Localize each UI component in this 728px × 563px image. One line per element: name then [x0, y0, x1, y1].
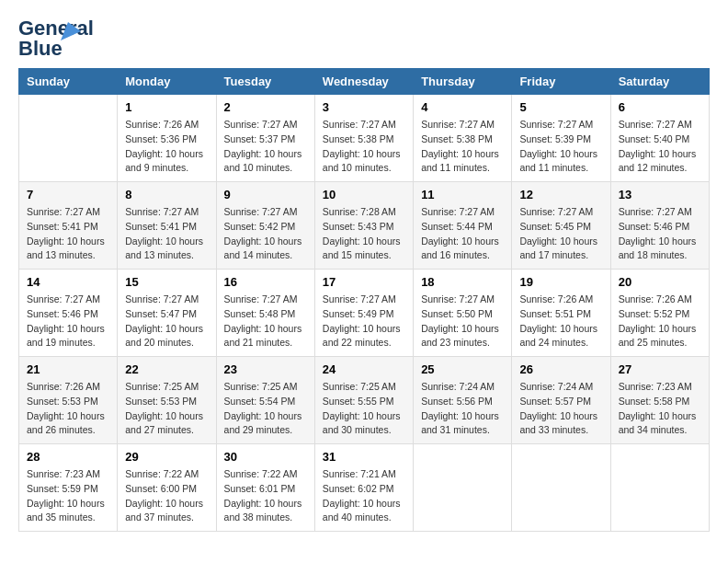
- day-info: Sunrise: 7:26 AM Sunset: 5:36 PM Dayligh…: [125, 118, 208, 176]
- calendar-table: SundayMondayTuesdayWednesdayThursdayFrid…: [18, 68, 710, 532]
- calendar-cell: 7Sunrise: 7:27 AM Sunset: 5:41 PM Daylig…: [19, 182, 118, 270]
- day-info: Sunrise: 7:27 AM Sunset: 5:45 PM Dayligh…: [519, 205, 602, 263]
- calendar-cell: 17Sunrise: 7:27 AM Sunset: 5:49 PM Dayli…: [314, 270, 413, 357]
- calendar-cell: 14Sunrise: 7:27 AM Sunset: 5:46 PM Dayli…: [19, 270, 118, 357]
- day-info: Sunrise: 7:25 AM Sunset: 5:53 PM Dayligh…: [125, 380, 208, 438]
- day-number: 8: [125, 188, 208, 201]
- calendar-header-row: SundayMondayTuesdayWednesdayThursdayFrid…: [19, 69, 710, 95]
- calendar-week-row: 7Sunrise: 7:27 AM Sunset: 5:41 PM Daylig…: [19, 182, 710, 270]
- calendar-cell: [512, 444, 610, 532]
- day-info: Sunrise: 7:28 AM Sunset: 5:43 PM Dayligh…: [323, 205, 405, 263]
- day-info: Sunrise: 7:25 AM Sunset: 5:54 PM Dayligh…: [224, 380, 307, 438]
- calendar-cell: 11Sunrise: 7:27 AM Sunset: 5:44 PM Dayli…: [414, 182, 512, 270]
- calendar-cell: 12Sunrise: 7:27 AM Sunset: 5:45 PM Dayli…: [512, 182, 610, 270]
- day-number: 11: [421, 188, 504, 201]
- day-number: 9: [224, 188, 307, 201]
- day-number: 20: [619, 275, 701, 289]
- day-info: Sunrise: 7:27 AM Sunset: 5:39 PM Dayligh…: [519, 118, 602, 176]
- calendar-week-row: 21Sunrise: 7:26 AM Sunset: 5:53 PM Dayli…: [19, 357, 710, 444]
- calendar-cell: 21Sunrise: 7:26 AM Sunset: 5:53 PM Dayli…: [19, 357, 118, 444]
- calendar-cell: 4Sunrise: 7:27 AM Sunset: 5:38 PM Daylig…: [414, 95, 512, 182]
- day-info: Sunrise: 7:27 AM Sunset: 5:41 PM Dayligh…: [27, 205, 109, 263]
- day-number: 2: [224, 100, 307, 114]
- day-info: Sunrise: 7:27 AM Sunset: 5:48 PM Dayligh…: [224, 293, 307, 350]
- day-number: 27: [619, 362, 701, 376]
- svg-marker-0: [61, 22, 81, 40]
- calendar-cell: [610, 444, 709, 532]
- day-number: 3: [323, 100, 405, 114]
- day-number: 19: [519, 275, 602, 289]
- day-info: Sunrise: 7:26 AM Sunset: 5:53 PM Dayligh…: [27, 380, 109, 438]
- column-header-saturday: Saturday: [610, 69, 709, 95]
- calendar-cell: 2Sunrise: 7:27 AM Sunset: 5:37 PM Daylig…: [216, 95, 314, 182]
- calendar-cell: [19, 95, 118, 182]
- day-info: Sunrise: 7:25 AM Sunset: 5:55 PM Dayligh…: [323, 380, 405, 438]
- day-number: 28: [27, 450, 109, 464]
- calendar-week-row: 28Sunrise: 7:23 AM Sunset: 5:59 PM Dayli…: [19, 444, 710, 532]
- calendar-cell: 6Sunrise: 7:27 AM Sunset: 5:40 PM Daylig…: [610, 95, 709, 182]
- day-number: 30: [224, 450, 307, 464]
- calendar-cell: 16Sunrise: 7:27 AM Sunset: 5:48 PM Dayli…: [216, 270, 314, 357]
- day-number: 22: [125, 362, 208, 376]
- calendar-cell: 22Sunrise: 7:25 AM Sunset: 5:53 PM Dayli…: [118, 357, 216, 444]
- day-info: Sunrise: 7:27 AM Sunset: 5:38 PM Dayligh…: [421, 118, 504, 176]
- day-info: Sunrise: 7:27 AM Sunset: 5:41 PM Dayligh…: [125, 205, 208, 263]
- day-info: Sunrise: 7:24 AM Sunset: 5:56 PM Dayligh…: [421, 380, 504, 438]
- day-number: 21: [27, 362, 109, 376]
- day-info: Sunrise: 7:22 AM Sunset: 6:01 PM Dayligh…: [224, 467, 307, 525]
- calendar-cell: 24Sunrise: 7:25 AM Sunset: 5:55 PM Dayli…: [314, 357, 413, 444]
- column-header-monday: Monday: [118, 69, 216, 95]
- day-info: Sunrise: 7:27 AM Sunset: 5:47 PM Dayligh…: [125, 293, 208, 350]
- day-info: Sunrise: 7:22 AM Sunset: 6:00 PM Dayligh…: [125, 467, 208, 525]
- column-header-wednesday: Wednesday: [314, 69, 413, 95]
- day-number: 15: [125, 275, 208, 289]
- calendar-cell: 1Sunrise: 7:26 AM Sunset: 5:36 PM Daylig…: [118, 95, 216, 182]
- day-info: Sunrise: 7:27 AM Sunset: 5:40 PM Dayligh…: [619, 118, 701, 176]
- day-number: 25: [421, 362, 504, 376]
- calendar-cell: 3Sunrise: 7:27 AM Sunset: 5:38 PM Daylig…: [314, 95, 413, 182]
- calendar-cell: 20Sunrise: 7:26 AM Sunset: 5:52 PM Dayli…: [610, 270, 709, 357]
- column-header-thursday: Thursday: [414, 69, 512, 95]
- day-number: 31: [323, 450, 405, 464]
- day-info: Sunrise: 7:23 AM Sunset: 5:59 PM Dayligh…: [27, 467, 109, 525]
- day-info: Sunrise: 7:27 AM Sunset: 5:44 PM Dayligh…: [421, 205, 504, 263]
- day-info: Sunrise: 7:26 AM Sunset: 5:51 PM Dayligh…: [519, 293, 602, 350]
- column-header-friday: Friday: [512, 69, 610, 95]
- calendar-cell: [414, 444, 512, 532]
- day-info: Sunrise: 7:24 AM Sunset: 5:57 PM Dayligh…: [519, 380, 602, 438]
- calendar-cell: 5Sunrise: 7:27 AM Sunset: 5:39 PM Daylig…: [512, 95, 610, 182]
- day-number: 17: [323, 275, 405, 289]
- day-info: Sunrise: 7:27 AM Sunset: 5:42 PM Dayligh…: [224, 205, 307, 263]
- day-number: 23: [224, 362, 307, 376]
- page-header: General Blue: [18, 18, 710, 59]
- day-number: 6: [619, 100, 701, 114]
- day-number: 14: [27, 275, 109, 289]
- day-number: 7: [27, 188, 109, 201]
- calendar-cell: 30Sunrise: 7:22 AM Sunset: 6:01 PM Dayli…: [216, 444, 314, 532]
- day-info: Sunrise: 7:27 AM Sunset: 5:46 PM Dayligh…: [619, 205, 701, 263]
- calendar-cell: 9Sunrise: 7:27 AM Sunset: 5:42 PM Daylig…: [216, 182, 314, 270]
- day-number: 13: [619, 188, 701, 201]
- day-info: Sunrise: 7:26 AM Sunset: 5:52 PM Dayligh…: [619, 293, 701, 350]
- calendar-cell: 25Sunrise: 7:24 AM Sunset: 5:56 PM Dayli…: [414, 357, 512, 444]
- day-number: 16: [224, 275, 307, 289]
- calendar-cell: 29Sunrise: 7:22 AM Sunset: 6:00 PM Dayli…: [118, 444, 216, 532]
- day-number: 18: [421, 275, 504, 289]
- day-info: Sunrise: 7:21 AM Sunset: 6:02 PM Dayligh…: [323, 467, 405, 525]
- day-info: Sunrise: 7:27 AM Sunset: 5:50 PM Dayligh…: [421, 293, 504, 350]
- calendar-cell: 31Sunrise: 7:21 AM Sunset: 6:02 PM Dayli…: [314, 444, 413, 532]
- column-header-tuesday: Tuesday: [216, 69, 314, 95]
- calendar-cell: 28Sunrise: 7:23 AM Sunset: 5:59 PM Dayli…: [19, 444, 118, 532]
- calendar-week-row: 1Sunrise: 7:26 AM Sunset: 5:36 PM Daylig…: [19, 95, 710, 182]
- calendar-cell: 19Sunrise: 7:26 AM Sunset: 5:51 PM Dayli…: [512, 270, 610, 357]
- day-info: Sunrise: 7:27 AM Sunset: 5:38 PM Dayligh…: [323, 118, 405, 176]
- day-info: Sunrise: 7:27 AM Sunset: 5:46 PM Dayligh…: [27, 293, 109, 350]
- day-number: 4: [421, 100, 504, 114]
- day-number: 12: [519, 188, 602, 201]
- calendar-cell: 23Sunrise: 7:25 AM Sunset: 5:54 PM Dayli…: [216, 357, 314, 444]
- calendar-cell: 18Sunrise: 7:27 AM Sunset: 5:50 PM Dayli…: [414, 270, 512, 357]
- calendar-cell: 10Sunrise: 7:28 AM Sunset: 5:43 PM Dayli…: [314, 182, 413, 270]
- calendar-cell: 8Sunrise: 7:27 AM Sunset: 5:41 PM Daylig…: [118, 182, 216, 270]
- day-info: Sunrise: 7:27 AM Sunset: 5:37 PM Dayligh…: [224, 118, 307, 176]
- day-info: Sunrise: 7:27 AM Sunset: 5:49 PM Dayligh…: [323, 293, 405, 350]
